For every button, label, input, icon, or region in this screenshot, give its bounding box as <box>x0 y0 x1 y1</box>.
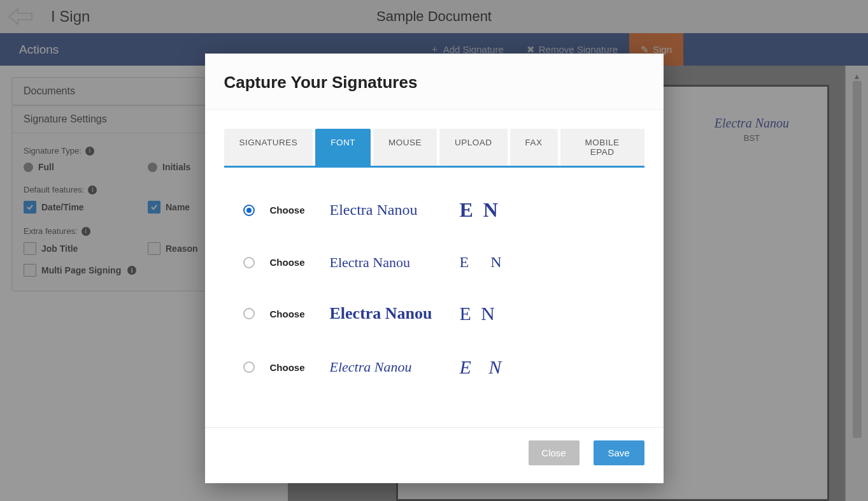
tab-fax[interactable]: FAX <box>510 129 558 166</box>
tab-font[interactable]: FONT <box>315 129 371 166</box>
modal-footer: Close Save <box>205 427 664 483</box>
capture-signature-modal: Capture Your Signatures SIGNATURES FONT … <box>205 54 664 483</box>
font-option-1[interactable]: Choose Electra Nanou E N <box>224 189 644 245</box>
modal-overlay: Capture Your Signatures SIGNATURES FONT … <box>0 0 868 501</box>
radio-icon <box>243 308 255 319</box>
signature-full-preview: Electra Nanou <box>330 201 445 219</box>
close-button[interactable]: Close <box>529 440 580 465</box>
tab-mouse[interactable]: MOUSE <box>373 129 437 166</box>
tab-upload[interactable]: UPLOAD <box>439 129 508 166</box>
signature-initials-preview: E N <box>460 356 511 378</box>
signature-initials-preview: E N <box>460 254 511 271</box>
radio-icon <box>243 205 255 216</box>
modal-title: Capture Your Signatures <box>224 73 644 92</box>
choose-label: Choose <box>270 309 315 319</box>
signature-initials-preview: E N <box>460 198 511 222</box>
signature-full-preview: Electra Nanou <box>330 254 445 271</box>
font-option-4[interactable]: Choose Electra Nanou E N <box>224 347 644 401</box>
signature-initials-preview: E N <box>460 303 511 324</box>
radio-icon <box>243 361 255 373</box>
signature-full-preview: Electra Nanou <box>330 359 445 375</box>
tab-signatures[interactable]: SIGNATURES <box>224 129 313 166</box>
radio-icon <box>243 257 255 268</box>
choose-label: Choose <box>270 257 315 268</box>
choose-label: Choose <box>270 362 315 373</box>
font-option-2[interactable]: Choose Electra Nanou E N <box>224 245 644 294</box>
font-option-3[interactable]: Choose Electra Nanou E N <box>224 294 644 347</box>
modal-tabs: SIGNATURES FONT MOUSE UPLOAD FAX MOBILE … <box>224 129 644 168</box>
choose-label: Choose <box>270 205 315 215</box>
tab-mobile-epad[interactable]: MOBILE EPAD <box>560 129 644 166</box>
modal-body: SIGNATURES FONT MOUSE UPLOAD FAX MOBILE … <box>205 110 664 427</box>
save-button[interactable]: Save <box>594 440 644 465</box>
signature-full-preview: Electra Nanou <box>330 304 445 323</box>
modal-header: Capture Your Signatures <box>205 54 664 110</box>
